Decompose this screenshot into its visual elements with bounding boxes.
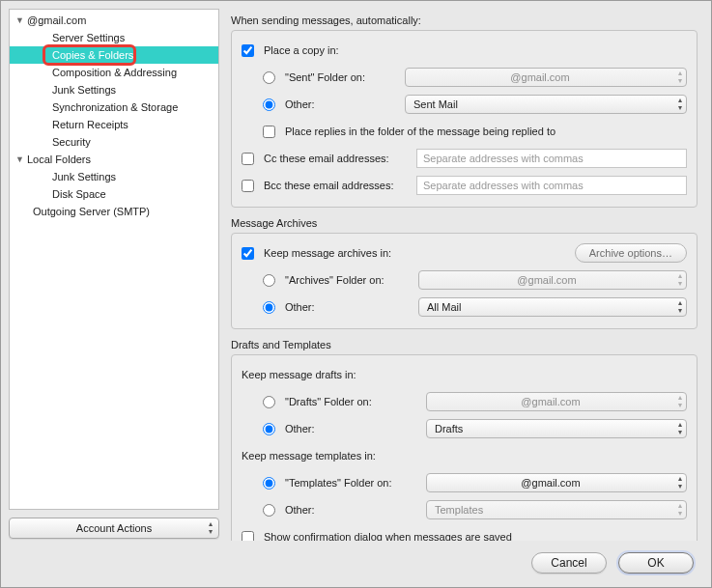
sent-other-radio[interactable]: [263, 98, 275, 111]
archives-other-radio[interactable]: [263, 301, 275, 314]
archive-options-button[interactable]: Archive options…: [575, 243, 687, 263]
keep-archives-label: Keep message archives in:: [264, 247, 391, 259]
tree-item-copies-folders[interactable]: Copies & Folders: [10, 46, 218, 64]
drafts-folder-on-label: "Drafts" Folder on:: [285, 396, 420, 407]
archives-account-combo[interactable]: @gmail.com ▴▾: [418, 270, 687, 290]
cc-label: Cc these email addresses:: [264, 153, 411, 164]
accounts-tree[interactable]: ▼ @gmail.com Server Settings Copies & Fo…: [9, 9, 219, 510]
combo-value: Sent Mail: [413, 98, 458, 110]
place-copy-label: Place a copy in:: [264, 44, 339, 56]
archives-other-combo[interactable]: All Mail ▴▾: [418, 297, 687, 317]
templates-in-label: Keep message templates in:: [242, 450, 376, 462]
drafts-folder-on-row: "Drafts" Folder on: @gmail.com ▴▾: [242, 390, 687, 413]
updown-icon: ▴▾: [678, 70, 682, 85]
keep-archives-checkbox[interactable]: [242, 247, 254, 260]
templates-other-label: Other:: [285, 504, 420, 516]
updown-icon: ▴▾: [678, 299, 682, 315]
templates-other-radio[interactable]: [263, 504, 275, 517]
place-copy-row: Place a copy in:: [242, 39, 687, 62]
updown-icon: ▴▾: [678, 272, 682, 288]
combo-value: @gmail.com: [521, 396, 580, 407]
drafts-group: Keep message drafts in: "Drafts" Folder …: [231, 354, 698, 541]
sent-account-combo[interactable]: @gmail.com ▴▾: [405, 68, 687, 87]
tree-label: Synchronization & Storage: [50, 101, 178, 113]
updown-icon: ▴▾: [678, 394, 682, 409]
confirm-label: Show confirmation dialog when messages a…: [264, 531, 512, 541]
archives-folder-on-row: "Archives" Folder on: @gmail.com ▴▾: [242, 268, 687, 292]
settings-content: When sending messages, automatically: Pl…: [229, 9, 703, 541]
templates-account-combo[interactable]: @gmail.com ▴▾: [426, 473, 687, 492]
confirm-row: Show confirmation dialog when messages a…: [242, 525, 687, 541]
tree-label: Security: [50, 136, 91, 148]
bcc-input[interactable]: [416, 176, 687, 195]
tree-label: @gmail.com: [27, 14, 86, 26]
selection-highlight: Copies & Folders: [43, 44, 136, 66]
tree-item-return-receipts[interactable]: Return Receipts: [10, 116, 218, 133]
tree-item-composition[interactable]: Composition & Addressing: [10, 64, 218, 81]
updown-icon: ▴▾: [678, 97, 682, 112]
bcc-checkbox[interactable]: [242, 180, 254, 192]
updown-icon: ▴▾: [209, 520, 213, 536]
sent-folder-on-row: "Sent" Folder on: @gmail.com ▴▾: [242, 66, 687, 89]
drafts-other-radio[interactable]: [263, 423, 275, 435]
place-replies-row: Place replies in the folder of the messa…: [242, 120, 687, 143]
sent-other-combo[interactable]: Sent Mail ▴▾: [405, 95, 687, 114]
archives-folder-radio[interactable]: [263, 274, 275, 287]
drafts-other-label: Other:: [285, 423, 420, 434]
tree-outgoing-smtp[interactable]: Outgoing Server (SMTP): [10, 203, 218, 220]
sending-group: Place a copy in: "Sent" Folder on: @gmai…: [231, 30, 698, 208]
account-settings-window: ▼ @gmail.com Server Settings Copies & Fo…: [0, 0, 712, 588]
tree-local-folders[interactable]: ▼ Local Folders: [10, 151, 218, 168]
account-actions-button[interactable]: Account Actions ▴▾: [9, 518, 219, 539]
account-actions: Account Actions ▴▾: [9, 518, 219, 541]
cc-input[interactable]: [416, 149, 687, 168]
place-replies-checkbox[interactable]: [263, 126, 275, 138]
sent-other-label: Other:: [285, 98, 399, 110]
updown-icon: ▴▾: [678, 475, 682, 490]
chevron-down-icon: ▼: [15, 154, 27, 164]
cancel-button[interactable]: Cancel: [531, 552, 607, 574]
drafts-in-row: Keep message drafts in:: [242, 363, 687, 386]
tree-item-junk[interactable]: Junk Settings: [10, 81, 218, 98]
place-copy-checkbox[interactable]: [242, 44, 254, 57]
templates-folder-radio[interactable]: [263, 477, 275, 490]
archives-folder-on-label: "Archives" Folder on:: [285, 274, 413, 286]
button-label: Account Actions: [76, 522, 152, 534]
sent-folder-radio[interactable]: [263, 71, 275, 84]
cc-row: Cc these email addresses:: [242, 147, 687, 170]
tree-item-disk-space[interactable]: Disk Space: [10, 185, 218, 203]
drafts-in-label: Keep message drafts in:: [242, 369, 356, 380]
tree-label: Local Folders: [27, 154, 91, 165]
templates-folder-on-row: "Templates" Folder on: @gmail.com ▴▾: [242, 471, 687, 494]
drafts-other-combo[interactable]: Drafts ▴▾: [426, 419, 687, 438]
tree-account-gmail[interactable]: ▼ @gmail.com: [10, 12, 218, 29]
drafts-title: Drafts and Templates: [231, 339, 698, 350]
combo-value: Drafts: [435, 423, 463, 434]
templates-other-combo[interactable]: Templates ▴▾: [426, 500, 687, 519]
templates-other-row: Other: Templates ▴▾: [242, 498, 687, 521]
tree-label: Return Receipts: [50, 119, 128, 130]
combo-value: Templates: [435, 504, 483, 516]
tree-item-sync-storage[interactable]: Synchronization & Storage: [10, 98, 218, 116]
drafts-other-row: Other: Drafts ▴▾: [242, 417, 687, 440]
archives-other-label: Other:: [285, 301, 413, 313]
tree-label: Junk Settings: [50, 84, 116, 96]
tree-label: Copies & Folders: [50, 49, 133, 61]
archives-group: Keep message archives in: Archive option…: [231, 233, 698, 329]
keep-archives-row: Keep message archives in: Archive option…: [242, 241, 687, 265]
body-area: ▼ @gmail.com Server Settings Copies & Fo…: [1, 1, 711, 545]
confirm-checkbox[interactable]: [242, 531, 254, 542]
drafts-account-combo[interactable]: @gmail.com ▴▾: [426, 392, 687, 411]
sent-other-row: Other: Sent Mail ▴▾: [242, 93, 687, 116]
tree-label: Junk Settings: [50, 171, 116, 182]
sent-folder-on-label: "Sent" Folder on:: [285, 71, 399, 83]
tree-label: Server Settings: [50, 32, 125, 43]
updown-icon: ▴▾: [678, 421, 682, 436]
cc-checkbox[interactable]: [242, 153, 254, 165]
ok-button[interactable]: OK: [618, 552, 694, 574]
drafts-folder-radio[interactable]: [263, 396, 275, 408]
tree-item-local-junk[interactable]: Junk Settings: [10, 168, 218, 185]
updown-icon: ▴▾: [678, 502, 682, 518]
templates-in-row: Keep message templates in:: [242, 444, 687, 467]
tree-item-security[interactable]: Security: [10, 133, 218, 151]
